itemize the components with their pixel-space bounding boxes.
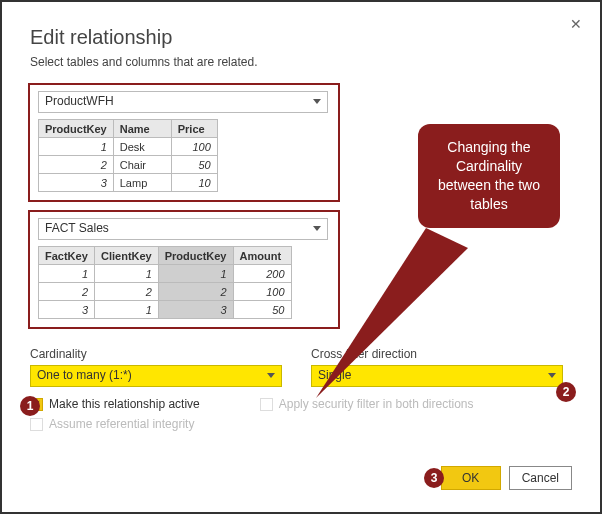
related-table-value: FACT Sales — [45, 221, 109, 235]
table-row: 3Lamp10 — [39, 174, 218, 192]
callout-tail-icon — [308, 218, 478, 408]
dialog-title: Edit relationship — [8, 8, 594, 55]
primary-table-value: ProductWFH — [45, 94, 114, 108]
table-row: 111200 — [39, 265, 292, 283]
col-header: ProductKey — [39, 120, 114, 138]
dialog-subtitle: Select tables and columns that are relat… — [8, 55, 594, 79]
ok-button[interactable]: OK — [441, 466, 501, 490]
chevron-down-icon — [313, 99, 321, 104]
annotation-callout: Changing the Cardinality between the two… — [418, 124, 560, 228]
col-header: Price — [171, 120, 217, 138]
primary-table-region: ProductWFH ProductKey Name Price 1Desk10… — [28, 83, 340, 202]
active-label: Make this relationship active — [49, 397, 200, 411]
cardinality-select[interactable]: One to many (1:*) — [30, 365, 282, 387]
cardinality-value: One to many (1:*) — [37, 368, 132, 382]
related-table-region: FACT Sales FactKey ClientKey ProductKey … — [28, 210, 340, 329]
related-table-select[interactable]: FACT Sales — [38, 218, 328, 240]
table-row: 31350 — [39, 301, 292, 319]
related-table-preview: FactKey ClientKey ProductKey Amount 1112… — [38, 246, 292, 319]
checkbox-icon — [30, 418, 43, 431]
primary-table-preview: ProductKey Name Price 1Desk100 2Chair50 … — [38, 119, 218, 192]
table-row: 222100 — [39, 283, 292, 301]
integrity-label: Assume referential integrity — [49, 417, 194, 431]
active-checkbox[interactable]: Make this relationship active — [30, 397, 200, 411]
close-icon[interactable]: ✕ — [570, 16, 582, 32]
step-marker-1: 1 — [20, 396, 40, 416]
chevron-down-icon — [548, 373, 556, 378]
checkbox-icon — [260, 398, 273, 411]
table-row: 1Desk100 — [39, 138, 218, 156]
primary-table-select[interactable]: ProductWFH — [38, 91, 328, 113]
chevron-down-icon — [267, 373, 275, 378]
col-header: ProductKey — [158, 247, 233, 265]
cardinality-label: Cardinality — [30, 347, 291, 361]
col-header: FactKey — [39, 247, 95, 265]
callout-text: Changing the Cardinality between the two… — [428, 138, 550, 214]
cancel-button[interactable]: Cancel — [509, 466, 572, 490]
integrity-checkbox: Assume referential integrity — [30, 417, 194, 431]
col-header: ClientKey — [95, 247, 159, 265]
step-marker-2: 2 — [556, 382, 576, 402]
col-header: Name — [113, 120, 171, 138]
col-header: Amount — [233, 247, 291, 265]
svg-marker-0 — [316, 228, 468, 398]
table-row: 2Chair50 — [39, 156, 218, 174]
step-marker-3: 3 — [424, 468, 444, 488]
